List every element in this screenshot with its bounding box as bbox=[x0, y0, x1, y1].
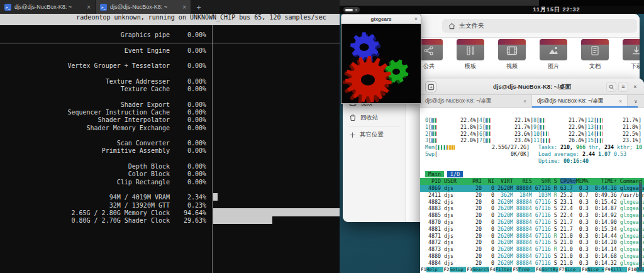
scrollbar-thumb[interactable] bbox=[639, 182, 642, 270]
htop-process-row[interactable]: 4881 djs 20 0 2620M 88884 67116 S 21.7 0… bbox=[420, 226, 644, 233]
close-icon[interactable]: × bbox=[619, 98, 622, 104]
fn-sortby[interactable]: F6SortBy bbox=[535, 266, 558, 273]
folder-download[interactable]: 下载 bbox=[619, 39, 640, 70]
terminal-tab-2[interactable]: djs@djs-NucBox-K8: ~ × bbox=[96, 0, 191, 14]
htop-process-row[interactable]: 4869 djs 20 0 2620M 88884 67116 R 63.7 0… bbox=[420, 185, 644, 192]
radeontop-row bbox=[0, 93, 340, 101]
glxgears-titlebar[interactable]: glxgears × bbox=[341, 14, 421, 24]
radeontop-row: Graphics pipe0.00% bbox=[0, 31, 340, 39]
fn-setup[interactable]: F2Setup bbox=[443, 266, 467, 273]
htop-titlebar: djs@djs-NucBox-K8: ~/桌面 ≡ × bbox=[420, 79, 644, 95]
close-icon[interactable]: × bbox=[182, 4, 186, 11]
terminal-tab-1[interactable]: djs@djs-NucBox-K8: ~/桌面 × bbox=[420, 95, 532, 108]
blue-gear bbox=[350, 32, 380, 63]
cpu-meter-4: 4[22.1%] bbox=[479, 117, 533, 124]
path-bar-button[interactable]: 主文件夹 bbox=[442, 19, 637, 33]
radeontop-row: Texture Addresser0.00% bbox=[0, 78, 340, 86]
radeontop-row: Clip Rectangle0.00% bbox=[0, 179, 340, 186]
radeontop-hline bbox=[0, 43, 340, 43]
plus-icon bbox=[349, 131, 356, 138]
workspace-dot bbox=[355, 9, 357, 11]
radeontop-row bbox=[0, 55, 340, 62]
cpu-meter-8: 8[21.7%] bbox=[533, 117, 587, 124]
fn-nice[interactable]: F7Nice - bbox=[558, 266, 582, 273]
folder-video[interactable]: 视频 bbox=[494, 39, 530, 70]
htop-process-row[interactable]: 4880 djs 20 0 2620M 88884 67116 S 21.0 0… bbox=[420, 253, 644, 260]
htop-function-bar: F1Help F2Setup F3SearchF4FilterF5Tree F6… bbox=[420, 266, 644, 273]
terminal-tab-1[interactable]: djs@djs-NucBox-K8: ~ × bbox=[0, 0, 96, 14]
mem-meter: Mem[2.55G/27.2G] bbox=[425, 144, 530, 151]
htop-screen-tab-io[interactable]: I/O bbox=[447, 171, 463, 177]
sidebar-item-label: 其它位置 bbox=[360, 131, 384, 139]
fn-filter[interactable]: F4Filter bbox=[489, 266, 513, 273]
htop-process-row[interactable]: 4883 djs 20 0 2620M 88884 67116 S 22.4 0… bbox=[420, 205, 644, 212]
fn-tree[interactable]: F5Tree bbox=[512, 266, 535, 273]
folder-label: 文档 bbox=[577, 62, 613, 70]
remote-desktop: 11月15日 22:32 主文件夹 视频 回收站 bbox=[340, 0, 644, 273]
radeontop-row: Shader Memory Exchange0.00% bbox=[0, 125, 340, 132]
htop-table-header[interactable]: PID USER PRI NI VIRT RES SHR S CPU%▽MEM%… bbox=[420, 178, 644, 185]
htop-process-row[interactable]: 4870 djs 20 0 2620M 88884 67116 S 21.7 0… bbox=[420, 219, 644, 226]
new-tab-button[interactable] bbox=[425, 81, 436, 92]
folder-icon bbox=[457, 39, 484, 60]
fn-search[interactable]: F3Search bbox=[466, 266, 489, 273]
tab-title: djs@djs-NucBox-K8: ~/桌面 bbox=[537, 98, 603, 105]
close-button[interactable]: × bbox=[414, 14, 418, 24]
background-strip-dark bbox=[539, 0, 644, 6]
terminal-icon bbox=[4, 4, 11, 11]
shader-clock-bar bbox=[213, 216, 272, 224]
fn-kill[interactable]: F9Kill bbox=[604, 266, 628, 273]
glxgears-canvas bbox=[341, 24, 421, 104]
htop-process-row[interactable]: 4871 djs 20 0 2620M 88884 67116 R 21.0 0… bbox=[420, 233, 644, 240]
htop-process-row[interactable]: 2411 djs 20 0 362M 184M 103M R 25.2 0.7 … bbox=[420, 192, 644, 199]
cpu-meter-15: 15[23.1%] bbox=[587, 137, 641, 144]
sidebar-item-trash[interactable]: 回收站 bbox=[349, 111, 379, 124]
radeontop-row: Shader Export0.00% bbox=[0, 101, 340, 109]
folder-icon bbox=[623, 39, 640, 60]
clock[interactable]: 11月15日 22:32 bbox=[497, 6, 616, 14]
vram-usage-bar bbox=[213, 193, 218, 201]
workspace-current bbox=[345, 9, 353, 11]
close-button[interactable]: × bbox=[630, 82, 640, 92]
htop-process-row[interactable]: 4885 djs 20 0 2620M 88884 67116 S 22.4 0… bbox=[420, 212, 644, 219]
htop-process-row[interactable]: 4873 djs 20 0 2620M 88884 67116 R 21.0 0… bbox=[420, 246, 644, 253]
folder-label: 图片 bbox=[536, 62, 571, 70]
htop-process-row[interactable]: 4884 djs 20 0 2620M 88884 67116 S 21.0 0… bbox=[420, 260, 644, 267]
terminal-tab-2[interactable]: djs@djs-NucBox-K8: ~/桌面 × bbox=[532, 95, 628, 108]
cpu-meter-14: 14[22.5%] bbox=[587, 131, 641, 138]
folder-label: 下载 bbox=[619, 62, 640, 70]
htop-process-row[interactable]: 4882 djs 20 0 2620M 88884 67116 S 23.1 0… bbox=[420, 199, 644, 206]
search-button[interactable] bbox=[606, 82, 616, 92]
htop-screen-tab-main[interactable]: Main bbox=[425, 171, 444, 177]
cpu-meter-5: 5[21.7%] bbox=[479, 124, 533, 131]
tab-list-chevron-icon[interactable]: ∨ bbox=[628, 95, 644, 108]
video-emblem-icon bbox=[498, 46, 526, 55]
swap-meter-row: Swp[0K/0K]Load average: 2.44 1.07 0.53 bbox=[420, 151, 644, 158]
memory-clock-bar bbox=[213, 208, 340, 216]
radeontop-row: Shader Interpolator0.00% bbox=[0, 116, 340, 124]
folder-template[interactable]: 模板 bbox=[453, 39, 488, 70]
sort-column-cpu[interactable]: CPU%▽ bbox=[560, 178, 576, 184]
uptime-row: Uptime: 00:16:40 bbox=[420, 158, 644, 165]
workspace-indicator[interactable] bbox=[343, 7, 360, 13]
new-tab-button[interactable]: + bbox=[191, 0, 206, 14]
close-icon[interactable]: × bbox=[523, 98, 526, 104]
cpu-meter-11: 11[26.4%] bbox=[533, 137, 587, 144]
radeontop-row bbox=[0, 186, 340, 194]
sidebar-item-other-locations[interactable]: 其它位置 bbox=[349, 128, 384, 141]
image-emblem-icon bbox=[540, 46, 567, 55]
folder-image[interactable]: 图片 bbox=[536, 39, 571, 70]
htop-screen-tabs: Main I/O bbox=[420, 171, 644, 178]
htop-process-row[interactable]: 4872 djs 20 0 2620M 88884 67116 S 21.0 0… bbox=[420, 239, 644, 246]
template-emblem-icon bbox=[457, 46, 484, 55]
folder-document[interactable]: 文档 bbox=[577, 39, 613, 70]
menu-button[interactable]: ≡ bbox=[618, 82, 628, 92]
radeontop-row: Event Engine0.00% bbox=[0, 47, 340, 55]
window-title: djs@djs-NucBox-K8: ~/桌面 bbox=[458, 79, 606, 95]
close-icon[interactable]: × bbox=[87, 4, 91, 11]
fn-help[interactable]: F1Help bbox=[420, 266, 443, 273]
sidebar-separator bbox=[348, 126, 400, 126]
swp-meter: Swp[0K/0K] bbox=[425, 151, 530, 158]
fn-nice[interactable]: F8Nice + bbox=[581, 266, 604, 273]
screen: djs@djs-NucBox-K8: ~ × djs@djs-NucBox-K8… bbox=[0, 0, 644, 273]
